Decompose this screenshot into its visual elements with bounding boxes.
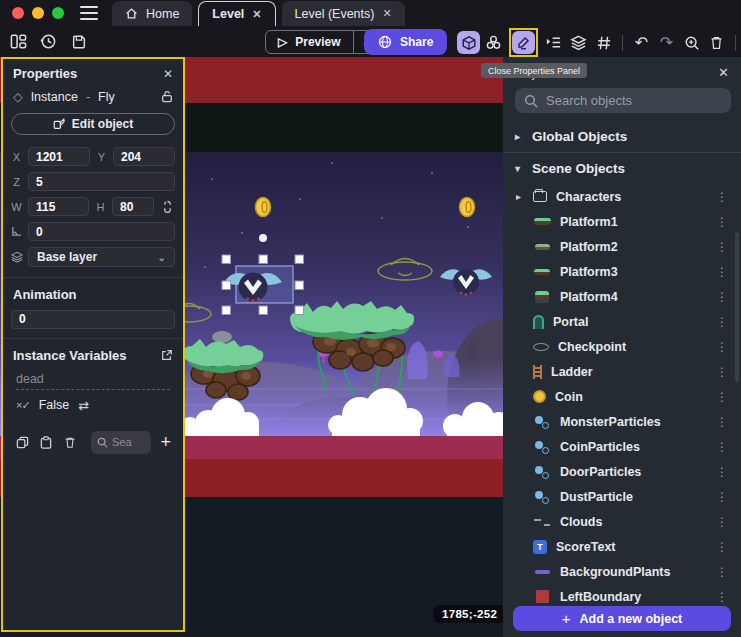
objects-search-input[interactable] <box>546 93 722 108</box>
redo-button[interactable]: ↷ <box>655 31 678 54</box>
group-scene-objects[interactable]: ▾ Scene Objects <box>503 153 741 184</box>
scrollbar-thumb[interactable] <box>735 232 739 382</box>
object-menu-icon[interactable]: ⋮ <box>713 290 731 304</box>
animation-input[interactable] <box>11 310 175 329</box>
object-menu-icon[interactable]: ⋮ <box>713 540 731 554</box>
close-window-button[interactable] <box>12 7 24 19</box>
object-menu-icon[interactable]: ⋮ <box>713 365 731 379</box>
history-button[interactable] <box>39 32 58 51</box>
objects-groups-button[interactable] <box>482 31 505 54</box>
object-menu-icon[interactable]: ⋮ <box>713 565 731 579</box>
variables-search-input[interactable] <box>112 436 132 448</box>
variable-name-field[interactable]: dead <box>16 372 170 390</box>
zoom-window-button[interactable] <box>52 7 64 19</box>
object-menu-icon[interactable]: ⋮ <box>713 490 731 504</box>
variable-value: False <box>39 398 70 412</box>
hamburger-menu-icon[interactable] <box>80 6 98 20</box>
preview-button[interactable]: ▷ Preview <box>266 31 353 53</box>
object-menu-icon[interactable]: ⋮ <box>713 240 731 254</box>
toggle-value-icon[interactable]: ⇄ <box>78 398 89 413</box>
object-row-monsterparticles[interactable]: MonsterParticles ⋮ <box>503 409 741 434</box>
object-row-checkpoint[interactable]: Checkpoint ⋮ <box>503 334 741 359</box>
undo-button[interactable]: ↶ <box>630 31 653 54</box>
height-input[interactable] <box>112 197 154 216</box>
z-label: Z <box>11 176 22 188</box>
instances-list-button[interactable] <box>542 31 565 54</box>
width-input[interactable] <box>28 197 89 216</box>
angle-input[interactable] <box>28 222 175 241</box>
close-objects-panel-icon[interactable]: ✕ <box>718 65 729 80</box>
object-row-doorparticles[interactable]: DoorParticles ⋮ <box>503 459 741 484</box>
object-row-dustparticle[interactable]: DustParticle ⋮ <box>503 484 741 509</box>
layers-button[interactable] <box>567 31 590 54</box>
object-menu-icon[interactable]: ⋮ <box>713 190 731 204</box>
object-row-platform3[interactable]: Platform3 ⋮ <box>503 259 741 284</box>
group-global-objects[interactable]: ▸ Global Objects <box>503 121 741 152</box>
object-menu-icon[interactable]: ⋮ <box>713 390 731 404</box>
object-row-clouds[interactable]: Clouds ⋮ <box>503 509 741 534</box>
tab-level[interactable]: Level ✕ <box>198 1 275 26</box>
object-menu-icon[interactable]: ⋮ <box>713 440 731 454</box>
zoom-button[interactable] <box>680 31 703 54</box>
object-menu-icon[interactable]: ⋮ <box>713 340 731 354</box>
close-properties-panel-button[interactable] <box>512 31 535 54</box>
globe-icon <box>378 35 392 49</box>
edit-object-button[interactable]: Edit object <box>11 113 175 135</box>
object-row-scoretext[interactable]: ScoreText ⋮ <box>503 534 741 559</box>
edit-object-icon <box>53 118 65 130</box>
z-input[interactable] <box>28 172 175 191</box>
share-button[interactable]: Share <box>364 29 447 55</box>
object-row-coinparticles[interactable]: CoinParticles ⋮ <box>503 434 741 459</box>
object-row-backgroundplants[interactable]: BackgroundPlants ⋮ <box>503 559 741 584</box>
object-row-portal[interactable]: Portal ⋮ <box>503 309 741 334</box>
object-row-platform4[interactable]: Platform4 ⋮ <box>503 284 741 309</box>
object-row-platform2[interactable]: Platform2 ⋮ <box>503 234 741 259</box>
variables-search[interactable] <box>91 431 151 454</box>
object-row-ladder[interactable]: Ladder ⋮ <box>503 359 741 384</box>
delete-button[interactable] <box>705 31 728 54</box>
unlock-icon[interactable] <box>161 90 173 103</box>
add-variable-button[interactable]: + <box>160 432 175 453</box>
object-row-characters[interactable]: ▸ Characters ⋮ <box>503 184 741 209</box>
toggle-panels-button[interactable] <box>9 32 28 51</box>
object-label: Coin <box>555 390 704 404</box>
object-menu-icon[interactable]: ⋮ <box>713 515 731 529</box>
object-row-platform1[interactable]: Platform1 ⋮ <box>503 209 741 234</box>
toggle-3d-view-button[interactable] <box>457 31 480 54</box>
object-menu-icon[interactable]: ⋮ <box>713 215 731 229</box>
grid-icon <box>596 35 612 51</box>
external-link-icon[interactable] <box>161 349 173 361</box>
toolbar-divider <box>735 35 736 51</box>
object-label: MonsterParticles <box>560 415 704 429</box>
object-menu-icon[interactable]: ⋮ <box>713 265 731 279</box>
toolbar-highlight-box <box>509 28 538 57</box>
object-label: Platform2 <box>560 240 704 254</box>
tab-level-events[interactable]: Level (Events) ✕ <box>282 1 405 26</box>
zoom-in-icon <box>684 35 700 51</box>
layer-select[interactable]: Base layer ⌄ <box>28 247 175 267</box>
x-input[interactable] <box>28 147 90 166</box>
grid-button[interactable] <box>592 31 615 54</box>
save-button[interactable] <box>69 32 88 51</box>
paste-button[interactable] <box>37 436 55 449</box>
object-menu-icon[interactable]: ⋮ <box>713 465 731 479</box>
copy-button[interactable] <box>13 436 31 449</box>
delete-variable-button[interactable] <box>61 436 79 449</box>
angle-icon <box>11 226 22 237</box>
coin-instance <box>460 198 475 217</box>
object-menu-icon[interactable]: ⋮ <box>713 590 731 604</box>
object-menu-icon[interactable]: ⋮ <box>713 315 731 329</box>
add-object-button[interactable]: + Add a new object <box>513 606 731 631</box>
minimize-window-button[interactable] <box>32 7 44 19</box>
lock-aspect-ratio-icon[interactable] <box>160 200 175 213</box>
objects-search[interactable] <box>515 88 731 113</box>
instances-list-icon <box>545 34 562 51</box>
chevron-down-icon: ⌄ <box>158 252 166 263</box>
object-row-coin[interactable]: Coin ⋮ <box>503 384 741 409</box>
close-properties-icon[interactable]: ✕ <box>163 67 173 81</box>
tab-home[interactable]: Home <box>112 1 192 26</box>
close-tab-icon[interactable]: ✕ <box>382 7 391 20</box>
object-menu-icon[interactable]: ⋮ <box>713 415 731 429</box>
y-input[interactable] <box>113 147 175 166</box>
close-tab-icon[interactable]: ✕ <box>252 8 261 21</box>
